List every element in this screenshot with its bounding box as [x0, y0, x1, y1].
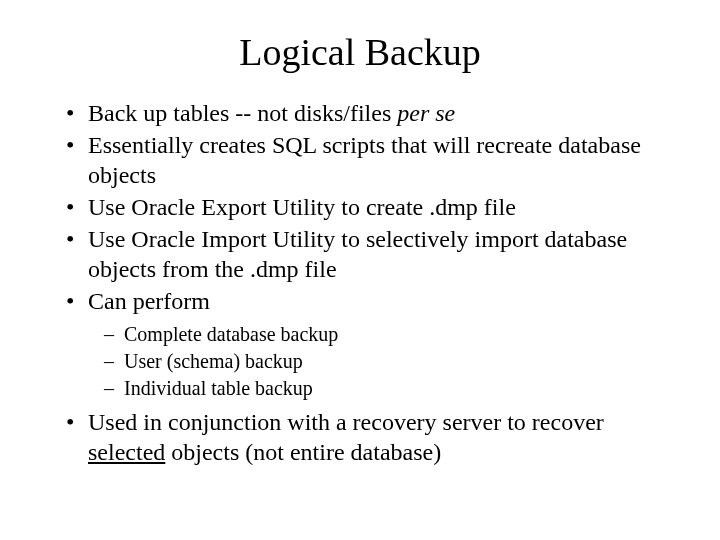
sub-list-item: Individual table backup	[98, 376, 660, 401]
sub-bullet-text: User (schema) backup	[124, 350, 303, 372]
bullet-text-underline: selected	[88, 439, 165, 465]
sub-list-item: User (schema) backup	[98, 349, 660, 374]
bullet-text: Used in conjunction with a recovery serv…	[88, 409, 604, 435]
list-item: Use Oracle Export Utility to create .dmp…	[60, 192, 660, 222]
sub-list-item: Complete database backup	[98, 322, 660, 347]
list-item: Can perform Complete database backup Use…	[60, 286, 660, 401]
sub-bullet-text: Complete database backup	[124, 323, 338, 345]
list-item: Used in conjunction with a recovery serv…	[60, 407, 660, 467]
sub-bullet-list: Complete database backup User (schema) b…	[98, 322, 660, 401]
bullet-text: Use Oracle Import Utility to selectively…	[88, 226, 627, 282]
sub-bullet-text: Individual table backup	[124, 377, 313, 399]
slide-title: Logical Backup	[60, 30, 660, 74]
bullet-text: objects (not entire database)	[165, 439, 441, 465]
bullet-text: Can perform	[88, 288, 210, 314]
bullet-text-italic: per se	[397, 100, 455, 126]
bullet-list: Back up tables -- not disks/files per se…	[60, 98, 660, 467]
list-item: Use Oracle Import Utility to selectively…	[60, 224, 660, 284]
bullet-text: Use Oracle Export Utility to create .dmp…	[88, 194, 516, 220]
bullet-text: Essentially creates SQL scripts that wil…	[88, 132, 641, 188]
bullet-text: Back up tables -- not disks/files	[88, 100, 397, 126]
list-item: Essentially creates SQL scripts that wil…	[60, 130, 660, 190]
list-item: Back up tables -- not disks/files per se	[60, 98, 660, 128]
